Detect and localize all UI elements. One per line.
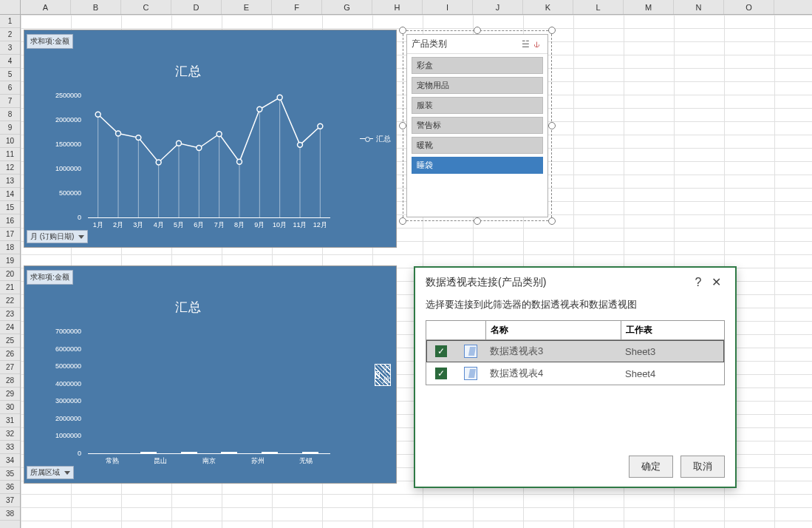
column-header[interactable]: B: [71, 0, 121, 14]
resize-handle[interactable]: [548, 122, 556, 129]
row-header[interactable]: 36: [0, 481, 20, 494]
row-header[interactable]: 7: [0, 95, 20, 108]
row-header[interactable]: 15: [0, 201, 20, 214]
column-header-name[interactable]: 名称: [485, 321, 621, 339]
row-header[interactable]: 34: [0, 454, 20, 467]
column-header[interactable]: G: [322, 0, 372, 14]
column-header[interactable]: N: [674, 0, 724, 14]
row-header[interactable]: 29: [0, 387, 20, 401]
resize-handle[interactable]: [399, 122, 406, 129]
resize-handle[interactable]: [474, 27, 481, 34]
help-icon[interactable]: ?: [689, 276, 707, 289]
row-header[interactable]: 38: [0, 507, 20, 521]
row-header[interactable]: 31: [0, 414, 20, 427]
column-header[interactable]: D: [171, 0, 222, 14]
dialog-title: 数据透视表连接(产品类别): [426, 276, 689, 289]
row-header[interactable]: 3: [0, 41, 20, 55]
slicer-product-category[interactable]: 产品类别 ☱ ⫝ 彩盒宠物用品服装警告标暖靴睡袋: [406, 34, 548, 217]
row-header[interactable]: 9: [0, 121, 20, 135]
row-header[interactable]: 22: [0, 294, 20, 308]
column-header[interactable]: O: [724, 0, 774, 14]
chart-legend: 汇总: [360, 134, 391, 144]
dialog-row[interactable]: ✓数据透视表4Sheet4: [426, 362, 724, 385]
column-header[interactable]: C: [121, 0, 171, 14]
row-header[interactable]: 18: [0, 241, 20, 254]
row-header[interactable]: 33: [0, 441, 20, 454]
row-header[interactable]: 23: [0, 308, 20, 321]
bar-column: [129, 452, 169, 453]
column-header[interactable]: I: [423, 0, 473, 14]
pivot-connection-dialog[interactable]: 数据透视表连接(产品类别) ? ✕ 选择要连接到此筛选器的数据透视表和数据透视图…: [414, 266, 737, 488]
row-header[interactable]: 24: [0, 321, 20, 334]
row-header[interactable]: 5: [0, 68, 20, 81]
pivot-chart-bar[interactable]: 求和项:金额 汇总 700000060000005000000400000030…: [24, 265, 397, 484]
resize-handle[interactable]: [399, 217, 406, 225]
legend-label: 汇总: [376, 134, 391, 144]
resize-handle[interactable]: [399, 27, 406, 34]
slicer-item[interactable]: 服装: [412, 97, 543, 114]
row-header[interactable]: 1: [0, 15, 20, 28]
row-header[interactable]: 13: [0, 175, 20, 188]
row-header[interactable]: 37: [0, 494, 20, 507]
row-header[interactable]: 25: [0, 334, 20, 348]
chart-field-dropdown[interactable]: 所属区域: [27, 466, 74, 479]
checkbox[interactable]: ✓: [435, 345, 447, 357]
column-header[interactable]: L: [573, 0, 624, 14]
row-header[interactable]: 28: [0, 374, 20, 387]
chart-measure-tag[interactable]: 求和项:金额: [27, 270, 73, 285]
row-header[interactable]: 8: [0, 108, 20, 121]
row-header[interactable]: 21: [0, 281, 20, 294]
row-header[interactable]: 19: [0, 254, 20, 268]
column-header[interactable]: F: [272, 0, 322, 14]
chart-measure-tag[interactable]: 求和项:金额: [27, 34, 73, 49]
multi-select-icon[interactable]: ☱: [519, 39, 531, 50]
svg-point-19: [277, 95, 282, 100]
row-header[interactable]: 16: [0, 214, 20, 228]
y-axis-labels: 25000002000000150000010000005000000: [47, 89, 84, 218]
bar: [302, 452, 318, 453]
resize-handle[interactable]: [548, 27, 556, 34]
column-header[interactable]: K: [523, 0, 573, 14]
row-header[interactable]: 26: [0, 348, 20, 361]
ok-button[interactable]: 确定: [629, 456, 673, 478]
chart-field-dropdown[interactable]: 月 (订购日期): [27, 230, 88, 243]
row-header[interactable]: 11: [0, 148, 20, 161]
resize-handle[interactable]: [548, 217, 556, 225]
column-header[interactable]: J: [473, 0, 523, 14]
row-name: 数据透视表4: [485, 367, 621, 380]
slicer-item[interactable]: 宠物用品: [412, 77, 543, 94]
slicer-item[interactable]: 彩盒: [412, 57, 543, 74]
select-all-corner[interactable]: [0, 0, 21, 14]
row-header[interactable]: 20: [0, 268, 20, 281]
slicer-selection-box[interactable]: 产品类别 ☱ ⫝ 彩盒宠物用品服装警告标暖靴睡袋: [399, 27, 556, 225]
pivot-chart-line[interactable]: 求和项:金额 汇总 250000020000001500000100000050…: [24, 30, 397, 248]
column-header[interactable]: H: [372, 0, 423, 14]
chevron-down-icon: [64, 471, 70, 475]
column-header[interactable]: E: [222, 0, 272, 14]
row-header[interactable]: 27: [0, 361, 20, 374]
column-header[interactable]: A: [21, 0, 71, 14]
row-header[interactable]: 17: [0, 228, 20, 241]
checkbox[interactable]: ✓: [435, 368, 447, 379]
row-header[interactable]: 12: [0, 161, 20, 175]
slicer-item[interactable]: 警告标: [412, 117, 543, 134]
dialog-row[interactable]: ✓数据透视表3Sheet3: [426, 340, 724, 362]
column-header[interactable]: M: [624, 0, 674, 14]
row-header[interactable]: 30: [0, 401, 20, 414]
row-header[interactable]: 35: [0, 467, 20, 481]
row-header[interactable]: 4: [0, 55, 20, 68]
chart-title: 汇总: [24, 63, 352, 80]
column-header-sheet[interactable]: 工作表: [621, 321, 724, 339]
row-header[interactable]: 2: [0, 28, 20, 41]
slicer-item[interactable]: 暖靴: [412, 137, 543, 154]
close-icon[interactable]: ✕: [707, 275, 725, 289]
clear-filter-icon[interactable]: ⫝: [531, 39, 543, 50]
pivot-table-icon: [464, 367, 477, 380]
row-header[interactable]: 14: [0, 188, 20, 201]
row-header[interactable]: 10: [0, 135, 20, 148]
slicer-item[interactable]: 睡袋: [412, 157, 543, 174]
cancel-button[interactable]: 取消: [680, 456, 725, 478]
row-header[interactable]: 6: [0, 81, 20, 95]
row-header[interactable]: 32: [0, 427, 20, 441]
resize-handle[interactable]: [474, 217, 481, 225]
